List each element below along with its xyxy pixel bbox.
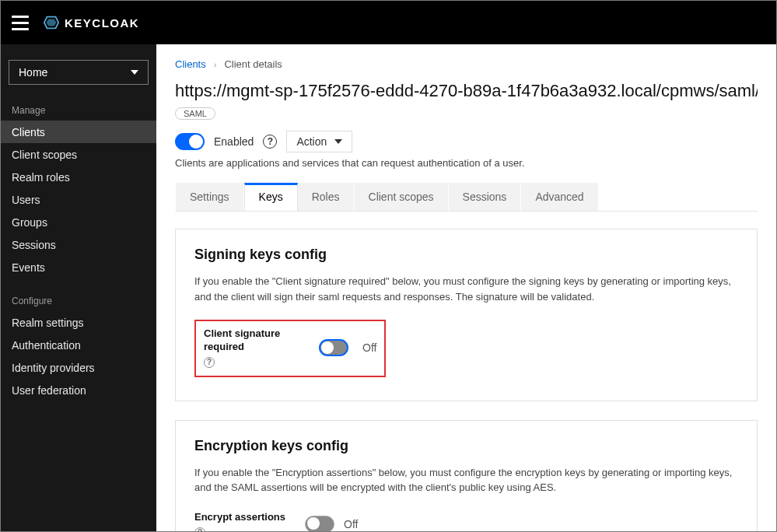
client-enabled-toggle[interactable] <box>175 133 205 150</box>
tab-roles[interactable]: Roles <box>298 183 355 211</box>
realm-selector-label: Home <box>19 66 47 79</box>
sidebar-item-authentication[interactable]: Authentication <box>1 334 156 356</box>
tab-keys[interactable]: Keys <box>244 183 298 211</box>
help-icon[interactable]: ? <box>204 357 215 368</box>
sidebar-item-realm-roles[interactable]: Realm roles <box>1 166 156 188</box>
sidebar-item-clients[interactable]: Clients <box>1 121 156 143</box>
client-signature-state: Off <box>362 341 376 354</box>
main-content: Clients › Client details https://mgmt-sp… <box>156 44 776 531</box>
client-signature-toggle[interactable] <box>319 339 348 356</box>
encrypt-assertions-state: Off <box>344 518 358 530</box>
breadcrumb-clients-link[interactable]: Clients <box>175 58 206 70</box>
svg-marker-1 <box>47 19 57 26</box>
client-enabled-label: Enabled <box>214 135 254 148</box>
highlight-annotation: Client signature required ? Off <box>194 320 386 377</box>
encryption-keys-desc: If you enable the "Encryption assertions… <box>194 465 738 495</box>
encrypt-assertions-toggle[interactable] <box>305 516 334 531</box>
client-description: Clients are applications and services th… <box>175 157 758 169</box>
sidebar-item-sessions[interactable]: Sessions <box>1 233 156 256</box>
action-dropdown[interactable]: Action <box>286 131 352 152</box>
sidebar-item-realm-settings[interactable]: Realm settings <box>1 311 156 334</box>
sidebar-section-configure: Configure <box>1 288 156 311</box>
chevron-right-icon: › <box>214 60 217 69</box>
signing-keys-desc: If you enable the "Client signature requ… <box>194 274 738 304</box>
action-dropdown-label: Action <box>296 135 327 148</box>
encrypt-assertions-label: Encrypt assertions ? <box>194 511 296 531</box>
encryption-keys-panel: Encryption keys config If you enable the… <box>175 420 758 531</box>
page-title: https://mgmt-sp-175f2576-eddd-4270-b89a-… <box>175 81 758 101</box>
help-icon[interactable]: ? <box>194 527 205 531</box>
tab-client-scopes[interactable]: Client scopes <box>355 183 449 211</box>
client-signature-label: Client signature required ? <box>204 327 305 368</box>
breadcrumb-current: Client details <box>224 58 282 70</box>
sidebar-item-identity-providers[interactable]: Identity providers <box>1 356 156 379</box>
tab-sessions[interactable]: Sessions <box>449 183 522 211</box>
encryption-keys-title: Encryption keys config <box>194 438 738 454</box>
realm-selector[interactable]: Home <box>9 60 149 85</box>
tab-settings[interactable]: Settings <box>175 183 244 211</box>
sidebar: Home Manage Clients Client scopes Realm … <box>1 44 156 531</box>
brand-logo[interactable]: KEYCLOAK <box>43 14 139 31</box>
topbar: KEYCLOAK <box>1 1 776 44</box>
sidebar-item-users[interactable]: Users <box>1 188 156 211</box>
tabs: Settings Keys Roles Client scopes Sessio… <box>175 183 758 212</box>
chevron-down-icon <box>131 70 138 75</box>
brand-text: KEYCLOAK <box>65 16 139 30</box>
signing-keys-panel: Signing keys config If you enable the "C… <box>175 229 758 401</box>
sidebar-item-client-scopes[interactable]: Client scopes <box>1 143 156 166</box>
sidebar-item-events[interactable]: Events <box>1 256 156 278</box>
chevron-down-icon <box>334 139 342 144</box>
protocol-badge: SAML <box>175 107 215 120</box>
keycloak-icon <box>43 14 60 31</box>
sidebar-item-user-federation[interactable]: User federation <box>1 379 156 401</box>
tab-advanced[interactable]: Advanced <box>521 183 598 211</box>
sidebar-item-groups[interactable]: Groups <box>1 211 156 233</box>
breadcrumb: Clients › Client details <box>175 58 758 70</box>
menu-toggle-button[interactable] <box>10 12 32 33</box>
sidebar-section-manage: Manage <box>1 97 156 121</box>
signing-keys-title: Signing keys config <box>194 247 738 263</box>
help-icon[interactable]: ? <box>263 135 277 149</box>
